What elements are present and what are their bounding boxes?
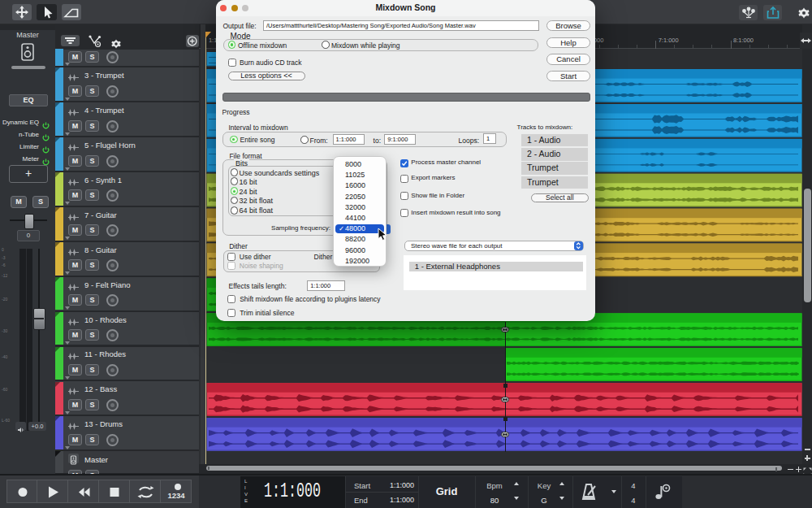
svg-text:1234: 1234 <box>167 491 185 500</box>
